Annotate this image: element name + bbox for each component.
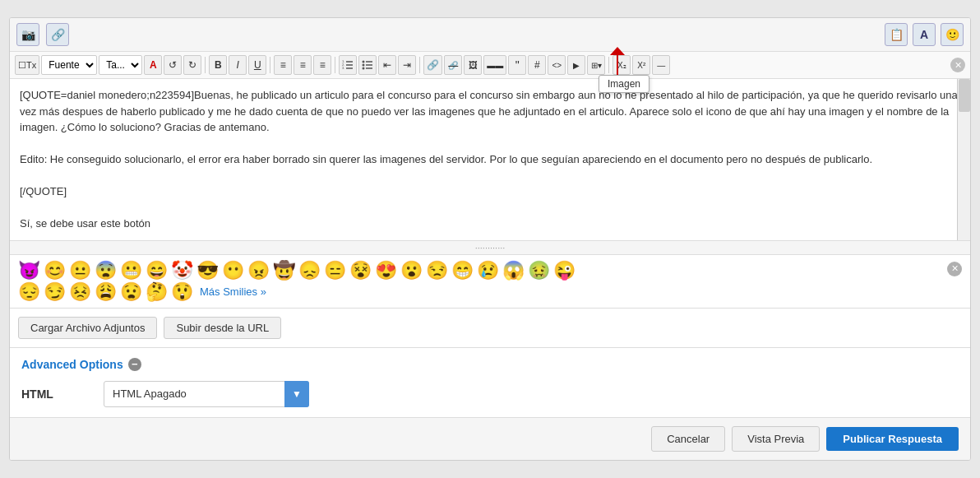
indent-button[interactable]: ⇥ — [398, 55, 416, 75]
emoji-section: ✕ 😈 😊 😐 😨 😬 😄 🤡 😎 😶 😠 🤠 😞 😑 😵 😍 😮 😒 😁 😢 … — [10, 255, 970, 309]
font-select[interactable]: Fuente — [41, 55, 97, 75]
emoji-scared[interactable]: 😨 — [95, 262, 117, 280]
emoji-wink[interactable]: 😜 — [553, 262, 576, 280]
emoji-grin2[interactable]: 😁 — [451, 262, 474, 280]
color-button[interactable]: A — [144, 55, 162, 75]
emoji-anguished[interactable]: 😧 — [120, 283, 142, 301]
upload-url-button[interactable]: Subir desde la URL — [164, 317, 281, 339]
toolbar-close-button[interactable]: ✕ — [950, 58, 965, 72]
italic-button[interactable]: I — [229, 55, 247, 75]
emoji-cry[interactable]: 😢 — [477, 262, 499, 280]
sep5 — [608, 57, 609, 73]
cancel-button[interactable]: Cancelar — [651, 426, 725, 452]
emoji-weary[interactable]: 😩 — [95, 283, 117, 301]
emoji-pensive[interactable]: 😔 — [18, 283, 40, 301]
subscript-button[interactable]: X₂ — [612, 55, 631, 75]
redo-button[interactable]: ↻ — [183, 55, 201, 75]
emoji-sick[interactable]: 🤢 — [528, 262, 550, 280]
emoji-sad[interactable]: 😞 — [298, 262, 321, 280]
link-top-button[interactable]: 🔗 — [46, 23, 69, 46]
collapse-advanced-button[interactable]: − — [128, 358, 141, 371]
media-button[interactable]: ▶ — [567, 55, 585, 75]
image-tooltip: Imagen — [599, 75, 649, 93]
emoji-row-1: 😈 😊 😐 😨 😬 😄 🤡 😎 😶 😠 🤠 😞 😑 😵 😍 😮 😒 😁 😢 😱 … — [18, 262, 962, 280]
svg-text:3.: 3. — [342, 66, 344, 70]
scrollbar[interactable] — [957, 79, 970, 240]
emoji-persevere[interactable]: 😣 — [69, 283, 91, 301]
emoji-grimace[interactable]: 😬 — [120, 262, 142, 280]
emoji-top-button[interactable]: 🙂 — [941, 23, 964, 46]
source-button[interactable]: <> — [548, 55, 566, 75]
html-select[interactable]: HTML Apagado HTML Encendido — [104, 381, 309, 407]
svg-point-9 — [363, 61, 365, 63]
camera-button[interactable]: 📷 — [16, 23, 39, 46]
bold-button[interactable]: B — [209, 55, 227, 75]
copy-button[interactable]: 📋 — [885, 23, 908, 46]
emoji-clown[interactable]: 🤡 — [171, 262, 193, 280]
emoji-close-button[interactable]: ✕ — [947, 262, 962, 276]
undo-button[interactable]: ↺ — [164, 55, 182, 75]
clear-format-button[interactable]: ☐ Tx — [15, 55, 39, 75]
response-text: Sí, se debe usar este botón — [20, 216, 960, 232]
align-left-button[interactable]: ≡ — [274, 55, 292, 75]
scrollbar-thumb[interactable] — [959, 79, 970, 112]
emoji-smile[interactable]: 😊 — [44, 262, 66, 280]
link-button[interactable]: 🔗 — [423, 55, 442, 75]
quote-content: [QUOTE=daniel monedero;n223594]Buenas, h… — [20, 87, 960, 136]
sep3 — [335, 57, 335, 73]
emoji-thinking[interactable]: 🤔 — [146, 283, 168, 301]
hr-button[interactable]: — — [652, 55, 670, 75]
image-wide-button[interactable]: ▬▬ — [483, 55, 506, 75]
quote-text-main: [QUOTE=daniel monedero;n223594]Buenas, h… — [20, 89, 958, 133]
size-select[interactable]: Ta... — [99, 55, 142, 75]
publish-button[interactable]: Publicar Respuesta — [826, 427, 959, 451]
attachment-section: Cargar Archivo Adjuntos Subir desde la U… — [10, 309, 970, 348]
svg-point-10 — [363, 64, 365, 67]
emoji-scream[interactable]: 😱 — [502, 262, 525, 280]
emoji-angry[interactable]: 😠 — [247, 262, 270, 280]
emoji-expressionless[interactable]: 😑 — [324, 262, 346, 280]
upload-file-button[interactable]: Cargar Archivo Adjuntos — [18, 317, 157, 339]
tooltip-box: Imagen — [599, 75, 649, 93]
top-toolbar-right: 📋 A 🙂 — [885, 23, 964, 46]
edit-text: Edito: He conseguido solucionarlo, el er… — [20, 151, 960, 168]
text-button[interactable]: A — [913, 23, 936, 46]
table-button[interactable]: ⊞▾ — [587, 55, 605, 75]
unordered-list-button[interactable] — [358, 55, 377, 75]
emoji-cool[interactable]: 😎 — [196, 262, 219, 280]
preview-button[interactable]: Vista Previa — [732, 426, 820, 452]
end-quote: [/QUOTE] — [20, 183, 960, 200]
outdent-button[interactable]: ⇤ — [378, 55, 396, 75]
emoji-heart-eyes[interactable]: 😍 — [375, 262, 397, 280]
tooltip-arrow — [617, 53, 618, 75]
image-button[interactable]: 🖼 — [464, 55, 482, 75]
emoji-astonished[interactable]: 😲 — [171, 283, 193, 301]
advanced-section: Advanced Options − HTML HTML Apagado HTM… — [10, 348, 970, 418]
superscript-button[interactable]: X² — [632, 55, 650, 75]
text-area-wrapper: [QUOTE=daniel monedero;n223594]Buenas, h… — [10, 79, 970, 241]
align-right-button[interactable]: ≡ — [313, 55, 331, 75]
quote-button[interactable]: " — [508, 55, 526, 75]
emoji-silent[interactable]: 😶 — [222, 262, 244, 280]
more-smilies-link[interactable]: Más Smilies » — [200, 285, 266, 298]
text-area[interactable]: [QUOTE=daniel monedero;n223594]Buenas, h… — [10, 79, 970, 240]
clear-label: Tx — [26, 60, 36, 70]
emoji-unamused[interactable]: 😒 — [426, 262, 448, 280]
emoji-cowboy[interactable]: 🤠 — [273, 262, 295, 280]
svg-point-11 — [363, 67, 365, 70]
format-toolbar: ☐ Tx Fuente Ta... A ↺ ↻ B I U ≡ ≡ ≡ 1.2.… — [10, 52, 970, 79]
html-select-wrapper: HTML Apagado HTML Encendido ▼ — [104, 381, 309, 407]
underline-button[interactable]: U — [248, 55, 266, 75]
ordered-list-button[interactable]: 1.2.3. — [339, 55, 357, 75]
bottom-buttons: Cancelar Vista Previa Publicar Respuesta — [10, 418, 970, 460]
emoji-dizzy[interactable]: 😵 — [349, 262, 372, 280]
emoji-neutral[interactable]: 😐 — [69, 262, 91, 280]
align-center-button[interactable]: ≡ — [294, 55, 312, 75]
clear-icon: ☐ — [18, 60, 26, 71]
unlink-button[interactable]: 🔗 — [444, 55, 462, 75]
code-button[interactable]: # — [528, 55, 546, 75]
emoji-smirk[interactable]: 😏 — [44, 283, 66, 301]
emoji-grin[interactable]: 😄 — [146, 262, 168, 280]
emoji-devil[interactable]: 😈 — [18, 262, 40, 280]
emoji-open-mouth[interactable]: 😮 — [400, 262, 423, 280]
